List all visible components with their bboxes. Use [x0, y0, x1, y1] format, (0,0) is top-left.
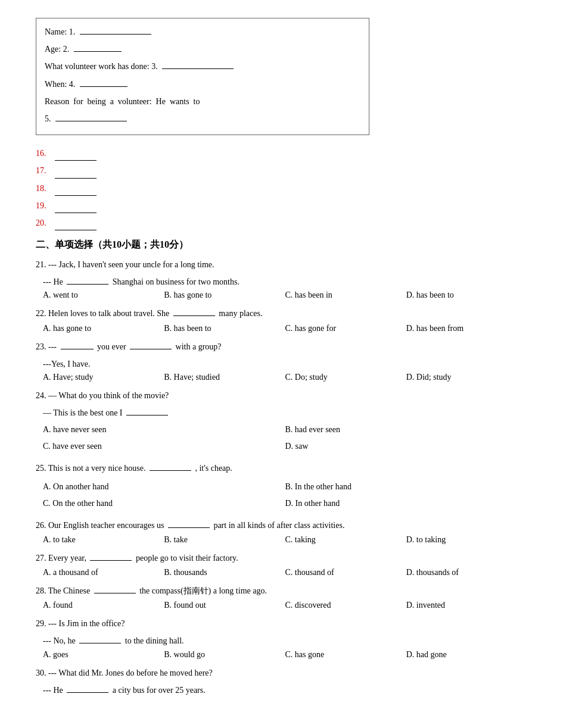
- blank-line-16: 16.: [36, 146, 527, 161]
- info-line-name: Name: 1.: [45, 24, 360, 39]
- question-29: 29. --- Is Jim in the office? --- No, he…: [36, 616, 527, 659]
- q23-options: A. Have; study B. Have; studied C. Do; s…: [43, 373, 527, 382]
- q26-options: A. to take B. take C. taking D. to takin…: [43, 535, 527, 545]
- info-line-age: Age: 2.: [45, 42, 360, 57]
- question-22: 22. Helen loves to talk about travel. Sh…: [36, 306, 527, 333]
- question-25: 25. This is not a very nice house. , it'…: [36, 461, 527, 511]
- question-24: 24. — What do you think of the movie? — …: [36, 388, 527, 455]
- question-21: 21. --- Jack, I haven't seen your uncle …: [36, 257, 527, 300]
- question-28: 28. The Chinese the compass(指南针) a long …: [36, 583, 527, 610]
- blank-line-19: 19.: [36, 198, 527, 213]
- info-line-reason2: 5.: [45, 111, 360, 126]
- work-blank: [162, 68, 234, 69]
- age-blank: [74, 51, 122, 52]
- q22-options: A. has gone to B. has been to C. has gon…: [43, 324, 527, 333]
- q29-options: A. goes B. would go C. has gone D. had g…: [43, 650, 527, 660]
- q21-options: A. went to B. has gone to C. has been in…: [43, 290, 527, 300]
- q25-options: A. On another hand B. In the other hand …: [43, 479, 527, 512]
- question-26: 26. Our English teacher encourages us pa…: [36, 518, 527, 545]
- section-title: 二、单项选择（共10小题；共10分）: [36, 239, 527, 251]
- info-line-work: What volunteer work has done: 3.: [45, 59, 360, 74]
- q28-options: A. found B. found out C. discovered D. i…: [43, 601, 527, 610]
- name-blank: [80, 34, 151, 35]
- q27-options: A. a thousand of B. thousands C. thousan…: [43, 568, 527, 577]
- blank-line-20: 20.: [36, 215, 527, 230]
- blank-line-18: 18.: [36, 181, 527, 196]
- when-blank: [80, 86, 127, 87]
- blank-lines-section: 16. 17. 18. 19. 20.: [36, 146, 527, 230]
- question-30: 30. --- What did Mr. Jones do before he …: [36, 665, 527, 698]
- blank-line-17: 17.: [36, 163, 527, 178]
- question-23: 23. --- you ever with a group? ---Yes, I…: [36, 339, 527, 382]
- reason-blank: [55, 121, 127, 121]
- q24-options: A. have never seen B. had ever seen C. h…: [43, 421, 527, 455]
- info-box: Name: 1. Age: 2. What volunteer work has…: [36, 18, 369, 135]
- question-27: 27. Every year, people go to visit their…: [36, 551, 527, 577]
- info-line-when: When: 4.: [45, 77, 360, 92]
- info-line-reason: Reason for being a volunteer: He wants t…: [45, 94, 360, 109]
